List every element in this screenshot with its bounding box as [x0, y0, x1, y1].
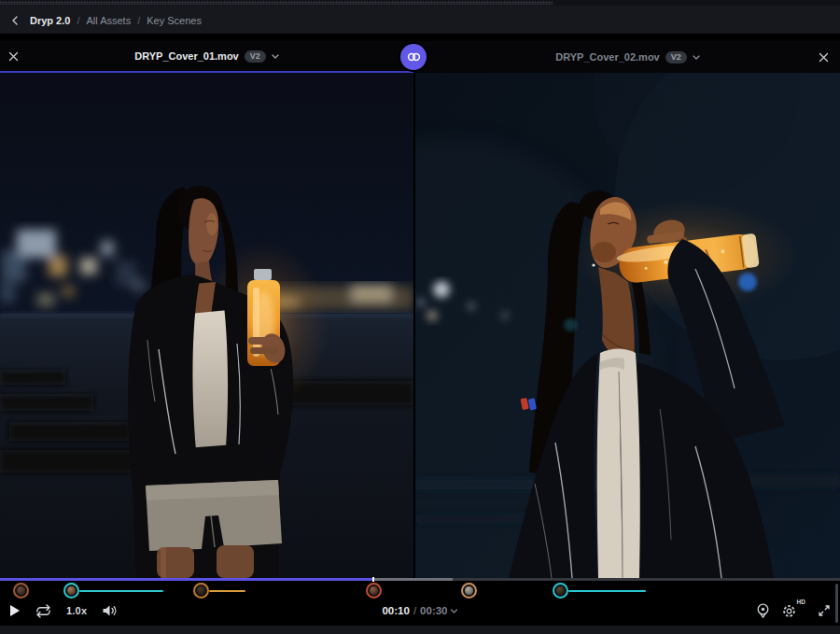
playback-controls: 1.0x 00:10 / 00:30 [0, 598, 840, 624]
comment-marker[interactable] [366, 583, 382, 599]
annotation-range-line [209, 590, 245, 592]
comment-marker[interactable] [553, 583, 568, 599]
breadcrumb-all-assets[interactable]: All Assets [86, 15, 131, 26]
commenter-avatar [556, 586, 565, 595]
breadcrumb-separator: / [77, 15, 79, 26]
back-button[interactable] [11, 16, 19, 25]
commenter-avatar [465, 586, 473, 595]
loop-button[interactable] [35, 604, 51, 618]
location-pin-icon [756, 603, 770, 619]
comment-marker[interactable] [63, 583, 79, 599]
sync-link-players-button[interactable] [400, 44, 427, 70]
close-icon [8, 51, 19, 62]
compare-header: DRYP_Cover_01.mov V2 DRYP_Cover_02.mov V… [0, 41, 840, 73]
scrollbar-thumb[interactable] [835, 584, 838, 623]
commenter-avatar [67, 586, 76, 595]
chevron-down-icon [451, 609, 458, 613]
annotation-range-line [568, 590, 646, 592]
breadcrumb: Dryp 2.0 / All Assets / Key Scenes [0, 0, 840, 34]
chevron-left-icon [11, 16, 19, 25]
video-frame-right-art [415, 73, 840, 578]
current-time: 00:10 [382, 605, 409, 616]
chevron-down-icon [693, 55, 700, 60]
window-footer-strip [0, 626, 840, 634]
duration-selector[interactable]: 00:30 [420, 605, 457, 616]
close-right-pane-button[interactable] [816, 49, 831, 64]
annotation-pin-button[interactable] [756, 603, 770, 619]
pane-header-left: DRYP_Cover_01.mov V2 [0, 41, 413, 73]
spacer [0, 34, 840, 41]
breadcrumb-folder[interactable]: Key Scenes [147, 15, 202, 26]
right-filename: DRYP_Cover_02.mov [555, 51, 659, 63]
commenter-avatar [370, 586, 378, 595]
duration-value: 00:30 [420, 605, 447, 616]
expand-icon [818, 604, 831, 617]
commenter-avatar [197, 586, 205, 595]
speaker-icon [102, 604, 118, 617]
right-file-selector[interactable]: DRYP_Cover_02.mov V2 [555, 51, 700, 63]
video-player-right[interactable] [415, 73, 840, 578]
fullscreen-button[interactable] [818, 604, 831, 617]
breadcrumb-project[interactable]: Dryp 2.0 [30, 15, 70, 26]
video-player-left[interactable] [0, 73, 413, 578]
left-filename: DRYP_Cover_01.mov [134, 50, 238, 62]
left-file-selector[interactable]: DRYP_Cover_01.mov V2 [134, 50, 279, 63]
compare-player-window: Dryp 2.0 / All Assets / Key Scenes DRYP_… [0, 0, 840, 634]
breadcrumb-separator: / [137, 15, 140, 26]
time-separator: / [413, 605, 416, 616]
close-left-pane-button[interactable] [6, 49, 21, 63]
quality-badge: HD [797, 599, 805, 605]
controls-left-group: 1.0x [9, 604, 118, 618]
annotation-range-line [79, 590, 163, 592]
close-icon [819, 52, 829, 63]
volume-button[interactable] [102, 604, 118, 617]
play-icon [9, 604, 21, 617]
time-display: 00:10 / 00:30 [382, 605, 457, 616]
quality-settings-button[interactable]: HD [782, 604, 805, 618]
video-row [0, 73, 840, 578]
comment-marker[interactable] [13, 583, 29, 599]
comment-marker[interactable] [193, 583, 209, 599]
comment-marker[interactable] [461, 583, 477, 599]
play-button[interactable] [9, 604, 21, 617]
right-version-badge: V2 [665, 51, 687, 63]
loop-icon [35, 604, 51, 618]
pane-header-right: DRYP_Cover_02.mov V2 [415, 41, 840, 73]
chain-link-icon [406, 50, 422, 63]
chevron-down-icon [272, 54, 279, 59]
player-bottom-bar: 1.0x 00:10 / 00:30 [0, 578, 840, 626]
video-frame-left-art [0, 73, 413, 578]
playback-speed-button[interactable]: 1.0x [66, 605, 87, 616]
left-version-badge: V2 [245, 50, 266, 63]
gear-icon [782, 604, 796, 618]
controls-right-group: HD [756, 603, 831, 619]
commenter-avatar [17, 586, 25, 595]
window-edge-texture [0, 0, 840, 6]
